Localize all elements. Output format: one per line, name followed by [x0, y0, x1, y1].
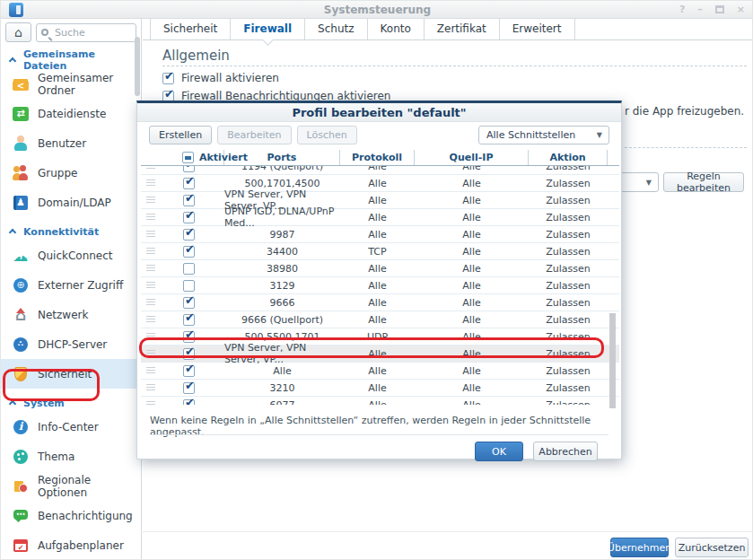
rule-action-cell: Zulassen — [529, 331, 608, 343]
firewall-rule-row[interactable]: 6077AlleAlleZulassen — [141, 397, 619, 405]
help-icon[interactable]: ? — [679, 2, 685, 18]
sidebar-section-gemeinsame-dateien[interactable]: Gemeinsame Dateien — [1, 46, 141, 69]
firewall-rule-row[interactable]: UPNP IGD, DLNA/UPnP Med...AlleAlleZulass… — [141, 209, 619, 226]
maximize-icon[interactable] — [715, 5, 724, 13]
sidebar-item-info-center[interactable]: Info-Center — [1, 412, 141, 442]
firewall-rule-row[interactable]: 9666 (Quellport)AlleAlleZulassen — [141, 311, 619, 328]
firewall-rule-row[interactable]: 3129AlleAlleZulassen — [141, 277, 619, 294]
tab-konto[interactable]: Konto — [367, 19, 424, 39]
select-all-checkbox[interactable] — [182, 152, 194, 163]
sidebar-item-sicherheit[interactable]: Sicherheit — [1, 359, 141, 389]
apply-button[interactable]: Übernehmen — [610, 538, 669, 557]
sidebar-scrollbar[interactable] — [135, 37, 140, 96]
edit-rules-button[interactable]: Regeln bearbeiten — [663, 172, 744, 192]
rule-ports-cell: 9666 — [224, 297, 340, 309]
rule-enabled-checkbox[interactable] — [183, 331, 195, 343]
drag-handle-icon[interactable] — [146, 214, 155, 221]
edit-profile-dialog: Profil bearbeiten "default" Erstellen Be… — [136, 101, 622, 459]
rule-enabled-checkbox[interactable] — [183, 195, 195, 206]
column-protokoll[interactable]: Protokoll — [340, 150, 415, 165]
drag-handle-icon[interactable] — [146, 401, 155, 405]
column-aktion[interactable]: Aktion — [529, 150, 608, 165]
rule-enabled-checkbox[interactable] — [183, 178, 195, 189]
interface-select[interactable]: Alle Schnittstellen ▼ — [478, 126, 609, 144]
drag-handle-icon[interactable] — [146, 265, 155, 272]
drag-handle-icon[interactable] — [146, 367, 155, 374]
sidebar-item-gruppe[interactable]: Gruppe — [1, 158, 141, 188]
ok-button[interactable]: OK — [475, 442, 523, 461]
close-icon[interactable]: × — [737, 2, 745, 18]
edit-button[interactable]: Bearbeiten — [217, 126, 291, 144]
firewall-rule-row[interactable]: 9666AlleAlleZulassen — [141, 294, 619, 311]
firewall-rule-row[interactable]: 38980AlleAlleZulassen — [141, 260, 619, 277]
sidebar-item-externer-zugriff[interactable]: Externer Zugriff — [1, 270, 141, 300]
firewall-rule-row[interactable]: 9987AlleAlleZulassen — [141, 226, 619, 243]
sidebar-item-quickconnect[interactable]: QuickConnect — [1, 241, 141, 270]
column-ports[interactable]: Ports — [224, 150, 340, 165]
rule-enabled-checkbox[interactable] — [183, 280, 195, 292]
info-center-icon — [12, 418, 30, 436]
tab-zertifikat[interactable]: Zertifikat — [424, 19, 499, 39]
tab-firewall[interactable]: Firewall — [230, 19, 304, 39]
drag-handle-icon[interactable] — [146, 197, 155, 204]
firewall-rule-row[interactable]: 3210AlleAlleZulassen — [141, 380, 619, 397]
rule-enabled-checkbox[interactable] — [183, 212, 195, 223]
firewall-rule-row[interactable]: VPN Server, VPN Server, VP...AlleAlleZul… — [141, 192, 619, 209]
rule-source-ip-cell: Alle — [415, 178, 529, 189]
search-box[interactable] — [36, 23, 136, 42]
rule-enabled-checkbox[interactable] — [183, 263, 195, 275]
minimize-icon[interactable]: – — [697, 2, 703, 18]
create-button[interactable]: Erstellen — [149, 126, 212, 144]
sidebar-item-benachrichtigung[interactable]: Benachrichtigung — [1, 501, 141, 530]
rule-enabled-checkbox[interactable] — [183, 246, 195, 258]
tab-schutz[interactable]: Schutz — [304, 19, 366, 39]
drag-handle-icon[interactable] — [146, 316, 155, 323]
rule-enabled-checkbox[interactable] — [183, 382, 195, 394]
table-scrollbar[interactable] — [609, 313, 616, 408]
drag-handle-icon[interactable] — [146, 350, 155, 357]
sidebar-section-system[interactable]: System — [1, 389, 141, 412]
drag-handle-icon[interactable] — [146, 179, 155, 187]
sidebar-item-domain-ldap[interactable]: Domain/LDAP — [1, 188, 141, 217]
drag-handle-icon[interactable] — [146, 231, 155, 238]
search-icon — [41, 29, 48, 36]
sidebar-item-benutzer[interactable]: Benutzer — [1, 128, 141, 158]
group-icon — [12, 164, 30, 182]
sidebar-item-thema[interactable]: Thema — [1, 442, 141, 471]
rule-enabled-checkbox[interactable] — [183, 297, 195, 309]
firewall-rule-row[interactable]: VPN Server, VPN Server, VP...AlleAlleZul… — [141, 346, 619, 363]
tab-erweitert[interactable]: Erweitert — [499, 19, 575, 39]
reset-button[interactable]: Zurücksetzen — [675, 538, 749, 557]
sidebar-item-dateidienste[interactable]: Dateidienste — [1, 99, 141, 128]
delete-button[interactable]: Löschen — [297, 126, 357, 144]
sidebar-item-dhcp-server[interactable]: DHCP-Server — [1, 329, 141, 359]
firewall-rule-row[interactable]: AlleAlleAlleZulassen — [141, 363, 619, 380]
tab-sicherheit[interactable]: Sicherheit — [150, 19, 230, 39]
rule-enabled-checkbox[interactable] — [183, 399, 195, 406]
drag-handle-icon[interactable] — [146, 282, 155, 289]
column-quell-ip[interactable]: Quell-IP — [415, 150, 529, 165]
enable-firewall-checkbox[interactable] — [162, 73, 174, 84]
firewall-rule-row[interactable]: 34400TCPAlleZulassen — [141, 243, 619, 260]
home-button[interactable]: ⌂ — [5, 22, 31, 42]
sidebar-item-netzwerk[interactable]: Netzwerk — [1, 300, 141, 329]
rule-enabled-checkbox[interactable] — [183, 365, 195, 377]
drag-handle-icon[interactable] — [146, 299, 155, 306]
search-input[interactable] — [53, 26, 116, 39]
sidebar-item-regionale-optionen[interactable]: Regionale Optionen — [1, 471, 141, 501]
cancel-button[interactable]: Abbrechen — [533, 442, 598, 461]
firewall-rule-row[interactable]: 500,1701,4500AlleAlleZulassen — [141, 175, 619, 192]
rule-action-cell: Zulassen — [529, 212, 608, 223]
rule-enabled-checkbox[interactable] — [183, 314, 195, 326]
sidebar-item-gemeinsamer-ordner[interactable]: Gemeinsamer Ordner — [1, 69, 141, 99]
firewall-rule-row[interactable]: 500,5500,1701UDPAlleZulassen — [141, 328, 619, 346]
drag-handle-icon[interactable] — [146, 333, 155, 340]
drag-handle-icon[interactable] — [146, 384, 155, 391]
rule-source-ip-cell: Alle — [415, 297, 529, 309]
sidebar-item-aufgabenplaner[interactable]: Aufgabenplaner — [1, 530, 141, 560]
rule-enabled-checkbox[interactable] — [183, 229, 195, 241]
rule-ports-cell: 3210 — [224, 382, 340, 394]
drag-handle-icon[interactable] — [146, 248, 155, 255]
rule-enabled-checkbox[interactable] — [183, 348, 195, 360]
sidebar-section-konnektivität[interactable]: Konnektivität — [1, 217, 141, 241]
